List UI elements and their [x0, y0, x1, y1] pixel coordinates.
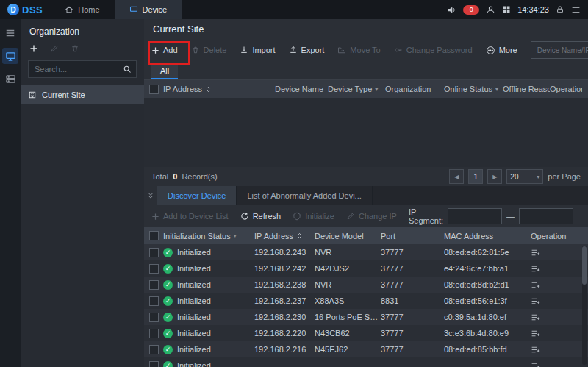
row-checkbox[interactable] — [149, 313, 159, 322]
row-checkbox[interactable] — [149, 264, 159, 274]
move-to-button[interactable]: Move To — [337, 46, 380, 54]
topbar-status-area: 0 14:34:23 — [447, 0, 588, 19]
filter-caret-icon[interactable]: ▾ — [234, 232, 237, 239]
page-size-select[interactable]: 20 ▾ — [506, 169, 543, 184]
row-checkbox[interactable] — [149, 329, 159, 338]
org-add-icon[interactable] — [29, 44, 38, 53]
initialized-check-icon: ✓ — [163, 361, 173, 367]
org-search-input[interactable] — [33, 64, 120, 74]
tab-abnormally-added[interactable]: List of Abnormally Added Devi... — [237, 186, 372, 205]
tab-device[interactable]: Device — [115, 0, 182, 19]
select-all-checkbox[interactable] — [149, 85, 159, 94]
table-row[interactable]: ✓Initialized 192.168.2.220 N43CB62 37777… — [144, 325, 588, 341]
discover-table-body: ✓Initialized 192.168.2.243 NVR 37777 08:… — [144, 244, 588, 367]
next-page-button[interactable]: ▶ — [487, 169, 502, 184]
ip-cell: 192.168.2.230 — [254, 313, 315, 321]
clock: 14:34:23 — [517, 5, 549, 14]
export-button[interactable]: Export — [289, 46, 325, 54]
row-checkbox[interactable] — [149, 345, 159, 354]
change-password-button[interactable]: Change Password — [394, 46, 473, 54]
table-row[interactable]: ✓Initialized 192.168.2.242 N42DJS2 37777… — [144, 260, 588, 277]
status-text: Initialized — [177, 345, 211, 354]
scrollbar-thumb[interactable] — [582, 246, 587, 285]
import-button-label: Import — [252, 46, 275, 54]
add-to-list-icon[interactable] — [531, 280, 540, 290]
lock-icon[interactable] — [556, 5, 564, 14]
initialize-button[interactable]: Initialize — [293, 212, 334, 221]
delete-button[interactable]: Delete — [191, 46, 227, 54]
mac-cell: e4:24:6c:e7:bb:a1 — [444, 264, 531, 273]
model-cell: N43CB62 — [315, 329, 381, 338]
add-to-list-icon[interactable] — [531, 248, 540, 257]
org-delete-icon[interactable] — [71, 44, 79, 53]
tab-all-devices[interactable]: All — [151, 63, 178, 79]
table-row[interactable]: ✓Initialized 192.168.2.216 N45EJ62 37777… — [144, 341, 588, 357]
import-button[interactable]: Import — [240, 46, 275, 54]
status-text: Initialized — [177, 313, 211, 321]
sort-icon[interactable] — [205, 85, 212, 93]
row-checkbox[interactable] — [149, 248, 159, 257]
table-row[interactable]: ✓Initialized — [144, 357, 588, 367]
collapse-panel-icon[interactable] — [144, 186, 157, 205]
mac-cell: 08:ed:ed:56:e1:3f — [444, 296, 531, 305]
tab-discover-device[interactable]: Discover Device — [157, 186, 237, 205]
add-to-list-icon[interactable] — [531, 329, 540, 338]
col-device-type: Device Type — [328, 85, 372, 93]
apps-grid-icon[interactable] — [502, 5, 511, 14]
add-button-label: Add — [163, 46, 178, 54]
ip-cell: 192.168.2.237 — [254, 296, 315, 305]
prev-page-button[interactable]: ◀ — [449, 169, 464, 184]
add-to-list-icon[interactable] — [531, 296, 540, 306]
scrollbar-track[interactable] — [582, 246, 587, 365]
add-button[interactable]: Add — [151, 46, 178, 54]
select-all-checkbox[interactable] — [149, 231, 159, 240]
refresh-button[interactable]: Refresh — [240, 212, 282, 221]
org-edit-icon[interactable] — [50, 44, 59, 53]
page-size-value: 20 — [510, 173, 518, 181]
export-icon — [289, 46, 298, 54]
add-to-list-icon[interactable] — [531, 313, 540, 322]
table-row[interactable]: ✓Initialized 192.168.2.230 16 Ports PoE … — [144, 309, 588, 325]
ip-segment-start-input[interactable] — [448, 208, 502, 224]
left-icon-rail — [0, 19, 21, 367]
col-ip-address: IP Address — [254, 232, 293, 240]
device-search-input[interactable] — [536, 46, 588, 55]
row-checkbox[interactable] — [149, 280, 159, 290]
refresh-button-label: Refresh — [253, 212, 282, 221]
ip-cell: 192.168.2.238 — [254, 280, 315, 289]
user-icon[interactable] — [486, 5, 495, 15]
sort-icon[interactable] — [296, 232, 303, 240]
filter-caret-icon[interactable]: ▾ — [375, 86, 378, 93]
add-to-list-icon[interactable] — [531, 345, 540, 354]
table-row[interactable]: ✓Initialized 192.168.2.243 NVR 37777 08:… — [144, 244, 588, 260]
page-number-button[interactable]: 1 — [468, 169, 483, 184]
filter-caret-icon[interactable]: ▾ — [495, 86, 498, 93]
speaker-icon[interactable] — [447, 5, 456, 15]
device-table-header: IP Address Device Name Device Type▾ Orga… — [144, 80, 588, 98]
more-button[interactable]: More — [486, 46, 517, 55]
model-cell: NVR — [315, 280, 381, 289]
ip-segment-group: IP Segment: — — [409, 207, 573, 225]
server-rail-icon[interactable] — [2, 71, 18, 87]
ip-cell: 192.168.2.216 — [254, 345, 315, 354]
sidebar-menu-icon[interactable] — [2, 25, 18, 41]
page-title: Current Site — [144, 19, 588, 38]
add-to-list-icon[interactable] — [531, 361, 540, 367]
add-to-device-list-button[interactable]: Add to Device List — [151, 212, 229, 221]
table-row[interactable]: ✓Initialized 192.168.2.238 NVR 37777 08:… — [144, 277, 588, 293]
tab-home-label: Home — [78, 5, 99, 14]
row-checkbox[interactable] — [149, 361, 159, 367]
org-tree-item-current-site[interactable]: Current Site — [21, 85, 144, 104]
add-to-list-icon[interactable] — [531, 264, 540, 274]
tab-home[interactable]: Home — [50, 0, 114, 19]
change-ip-button[interactable]: Change IP — [346, 212, 397, 221]
search-icon[interactable] — [123, 65, 132, 74]
plus-icon — [151, 46, 159, 54]
menu-icon[interactable] — [571, 5, 581, 15]
table-row[interactable]: ✓Initialized 192.168.2.237 X88A3S 8831 0… — [144, 293, 588, 309]
row-checkbox[interactable] — [149, 296, 159, 306]
ip-segment-end-input[interactable] — [519, 208, 573, 224]
alarm-count-badge[interactable]: 0 — [463, 5, 479, 15]
more-button-label: More — [499, 46, 517, 54]
device-manager-icon[interactable] — [2, 48, 18, 64]
